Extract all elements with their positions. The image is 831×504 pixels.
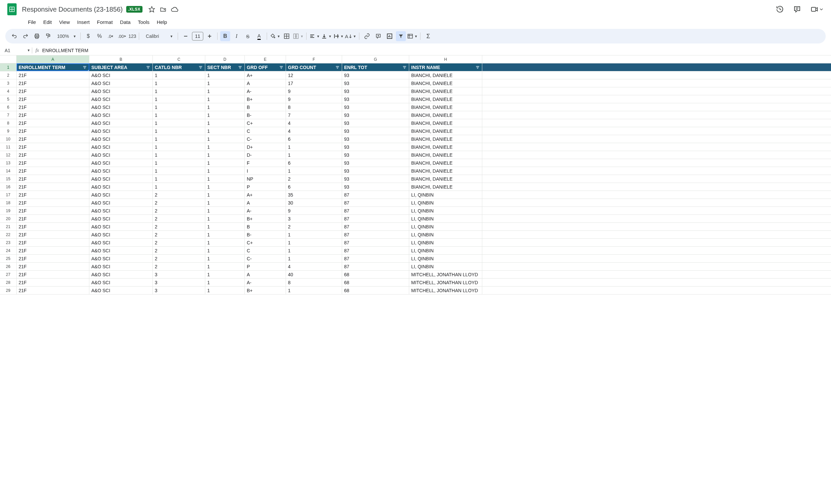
cell[interactable]: 1 <box>286 287 342 294</box>
paint-format-button[interactable] <box>43 31 53 41</box>
functions-button[interactable]: Σ <box>423 31 433 41</box>
filter-icon[interactable] <box>198 65 203 70</box>
cell[interactable]: A- <box>245 278 286 286</box>
row-header[interactable]: 19 <box>0 207 17 214</box>
cell[interactable]: C+ <box>245 119 286 127</box>
cell[interactable]: B+ <box>245 95 286 103</box>
cell[interactable]: 1 <box>205 271 245 278</box>
cell[interactable]: 21F <box>17 255 89 262</box>
cell[interactable]: A- <box>245 87 286 95</box>
row-header[interactable]: 25 <box>0 255 17 262</box>
cell[interactable]: 1 <box>205 278 245 286</box>
cell[interactable]: BIANCHI, DANIELE <box>409 167 482 175</box>
cell[interactable]: 93 <box>342 95 409 103</box>
cell[interactable]: 21F <box>17 87 89 95</box>
cell[interactable]: LI, QINBIN <box>409 223 482 230</box>
row-header[interactable]: 4 <box>0 87 17 95</box>
cell[interactable]: 1 <box>153 111 205 119</box>
row-header[interactable]: 5 <box>0 95 17 103</box>
cell[interactable]: 9 <box>286 207 342 214</box>
cell[interactable]: 8 <box>286 103 342 111</box>
cell[interactable]: BIANCHI, DANIELE <box>409 119 482 127</box>
cell[interactable]: A&O SCI <box>89 111 153 119</box>
cell[interactable]: 1 <box>153 175 205 183</box>
cell[interactable]: 21F <box>17 127 89 135</box>
cell[interactable]: LI, QINBIN <box>409 207 482 214</box>
cell[interactable]: 1 <box>205 103 245 111</box>
cell[interactable]: LI, QINBIN <box>409 215 482 223</box>
cell[interactable]: A&O SCI <box>89 87 153 95</box>
cell[interactable]: 1 <box>153 183 205 190</box>
cell[interactable]: 93 <box>342 111 409 119</box>
cell[interactable]: 21F <box>17 231 89 238</box>
row-header[interactable]: 3 <box>0 79 17 87</box>
cell[interactable]: 6 <box>286 159 342 167</box>
row-header[interactable]: 6 <box>0 103 17 111</box>
cell[interactable]: 1 <box>286 143 342 151</box>
cell[interactable]: 87 <box>342 207 409 214</box>
cell[interactable]: A&O SCI <box>89 263 153 270</box>
header-cell[interactable]: ENROLLMENT TERM <box>17 63 89 71</box>
cell[interactable]: A&O SCI <box>89 231 153 238</box>
cell[interactable]: BIANCHI, DANIELE <box>409 143 482 151</box>
italic-button[interactable]: I <box>231 31 241 41</box>
cell[interactable]: BIANCHI, DANIELE <box>409 111 482 119</box>
menu-data[interactable]: Data <box>117 18 134 26</box>
cell[interactable]: 68 <box>342 278 409 286</box>
row-header[interactable]: 9 <box>0 127 17 135</box>
cell[interactable]: 93 <box>342 127 409 135</box>
font-size-input[interactable]: 11 <box>192 32 203 40</box>
cell[interactable]: 21F <box>17 159 89 167</box>
cell[interactable]: 93 <box>342 87 409 95</box>
cell[interactable]: A&O SCI <box>89 255 153 262</box>
cell[interactable]: A&O SCI <box>89 247 153 254</box>
move-icon[interactable] <box>160 6 166 12</box>
menu-tools[interactable]: Tools <box>135 18 153 26</box>
cell[interactable]: 87 <box>342 231 409 238</box>
row-header[interactable]: 21 <box>0 223 17 230</box>
cell[interactable]: C <box>245 247 286 254</box>
cell[interactable]: 4 <box>286 119 342 127</box>
cell[interactable]: B- <box>245 231 286 238</box>
cell[interactable]: 21F <box>17 151 89 159</box>
cell[interactable]: 2 <box>153 199 205 207</box>
cell[interactable]: 3 <box>153 278 205 286</box>
cell[interactable]: 17 <box>286 79 342 87</box>
cell[interactable]: 1 <box>286 167 342 175</box>
cell[interactable]: BIANCHI, DANIELE <box>409 159 482 167</box>
cell[interactable]: LI, QINBIN <box>409 191 482 199</box>
increase-decimal-button[interactable]: .00 <box>117 31 127 41</box>
cell[interactable]: 7 <box>286 111 342 119</box>
cell[interactable]: MITCHELL, JONATHAN LLOYD <box>409 287 482 294</box>
header-cell[interactable]: SUBJECT AREA <box>89 63 153 71</box>
print-button[interactable] <box>32 31 42 41</box>
cell[interactable]: 87 <box>342 223 409 230</box>
cell[interactable]: 21F <box>17 143 89 151</box>
row-header[interactable]: 18 <box>0 199 17 207</box>
more-formats-button[interactable]: 123 <box>128 31 136 41</box>
row-header[interactable]: 26 <box>0 263 17 270</box>
cell[interactable]: 1 <box>153 95 205 103</box>
cell[interactable]: 21F <box>17 278 89 286</box>
cell[interactable]: 1 <box>205 119 245 127</box>
cell[interactable]: 21F <box>17 263 89 270</box>
filter-icon[interactable] <box>279 65 284 70</box>
cell[interactable]: BIANCHI, DANIELE <box>409 95 482 103</box>
cell[interactable]: B+ <box>245 215 286 223</box>
cell[interactable]: 1 <box>205 263 245 270</box>
cell[interactable]: 21F <box>17 175 89 183</box>
cell[interactable]: A <box>245 199 286 207</box>
formula-input[interactable]: ENROLLMENT TERM <box>42 48 88 53</box>
row-header[interactable]: 24 <box>0 247 17 254</box>
row-header[interactable]: 29 <box>0 287 17 294</box>
cell[interactable]: A&O SCI <box>89 95 153 103</box>
col-header-A[interactable]: A <box>17 55 89 63</box>
cell[interactable]: 87 <box>342 215 409 223</box>
col-header-E[interactable]: E <box>245 55 286 63</box>
cell[interactable]: 93 <box>342 103 409 111</box>
cell[interactable]: 1 <box>153 135 205 143</box>
cell[interactable]: P <box>245 183 286 190</box>
cell[interactable]: I <box>245 167 286 175</box>
cell[interactable]: LI, QINBIN <box>409 199 482 207</box>
cell[interactable]: A&O SCI <box>89 159 153 167</box>
